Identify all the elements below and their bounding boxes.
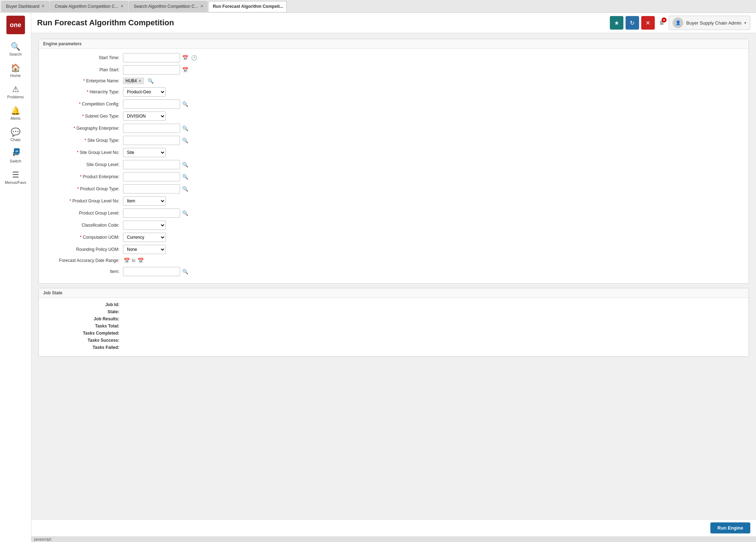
menu-button[interactable]: ≡ ★ bbox=[657, 17, 667, 29]
product-enterprise-search-icon[interactable]: 🔍 bbox=[181, 173, 189, 180]
classification-code-label: Classification Code: bbox=[45, 223, 123, 228]
job-id-label: Job Id: bbox=[45, 302, 123, 307]
tab-close-search-algo[interactable]: ✕ bbox=[200, 4, 204, 9]
forecast-start-calendar-icon[interactable]: 📅 bbox=[123, 257, 130, 264]
job-state-section: Job State Job Id: State: Job Results: bbox=[38, 288, 749, 357]
product-enterprise-input[interactable] bbox=[123, 172, 180, 181]
classification-code-row: Classification Code: Code1 Code2 bbox=[45, 221, 743, 230]
item-row: Item: 🔍 bbox=[45, 267, 743, 276]
job-state-header: Job State bbox=[39, 288, 749, 298]
refresh-icon: ↻ bbox=[630, 20, 634, 26]
page-content: Engine parameters Start Time: 📅 🕐 Plan bbox=[31, 33, 756, 519]
alerts-icon: 🔔 bbox=[11, 106, 20, 115]
geography-enterprise-input[interactable] bbox=[123, 124, 180, 133]
site-group-type-search-icon[interactable]: 🔍 bbox=[181, 137, 189, 144]
start-time-clock-icon[interactable]: 🕐 bbox=[190, 54, 198, 61]
tab-create-algo[interactable]: Create Algorithm Competition C... ✕ bbox=[50, 1, 128, 12]
site-group-type-input[interactable] bbox=[123, 136, 180, 145]
competition-config-search-icon[interactable]: 🔍 bbox=[181, 100, 189, 108]
sidebar-item-alerts[interactable]: 🔔 Alerts bbox=[0, 103, 31, 124]
site-group-level-label: Site Group Level: bbox=[45, 162, 123, 167]
subnet-geo-type-select[interactable]: DIVISION REGION COUNTRY bbox=[123, 112, 166, 121]
site-group-level-search-icon[interactable]: 🔍 bbox=[181, 161, 189, 168]
tasks-failed-label: Tasks Failed: bbox=[45, 345, 123, 350]
plan-start-input[interactable] bbox=[123, 65, 180, 74]
product-group-level-no-select[interactable]: Item Category Brand bbox=[123, 196, 166, 206]
item-input[interactable] bbox=[123, 267, 180, 276]
site-group-level-group: 🔍 bbox=[123, 160, 189, 169]
sidebar-item-home[interactable]: 🏠 Home bbox=[0, 60, 31, 81]
sidebar-item-chats[interactable]: 💬 Chats bbox=[0, 124, 31, 145]
sidebar-item-menus[interactable]: ☰ Menus/Favs bbox=[0, 167, 31, 188]
geography-enterprise-label: Geography Enterprise: bbox=[45, 126, 123, 131]
computation-uom-label: Computation UOM: bbox=[45, 235, 123, 240]
menu-badge: ★ bbox=[662, 17, 667, 22]
competition-config-input[interactable] bbox=[123, 99, 180, 109]
product-group-level-no-row: Product Group Level No: Item Category Br… bbox=[45, 196, 743, 206]
product-group-type-search-icon[interactable]: 🔍 bbox=[181, 185, 189, 192]
sidebar: one 🔍 Search 🏠 Home ⚠ Problems 🔔 Alerts … bbox=[0, 13, 31, 542]
close-button[interactable]: ✕ bbox=[641, 16, 655, 30]
site-group-level-input[interactable] bbox=[123, 160, 180, 169]
product-group-level-input[interactable] bbox=[123, 208, 180, 218]
start-time-input-group: 📅 🕐 bbox=[123, 53, 198, 62]
engine-params-body: Start Time: 📅 🕐 Plan Start: 📅 bbox=[39, 49, 749, 283]
product-enterprise-group: 🔍 bbox=[123, 172, 189, 181]
tab-buyer-dashboard[interactable]: Buyer Dashboard ✕ bbox=[1, 1, 49, 12]
hierarchy-type-label: Hierarchy Type: bbox=[45, 89, 123, 94]
page-title: Run Forecast Algorithm Competition bbox=[37, 18, 610, 27]
geography-enterprise-search-icon[interactable]: 🔍 bbox=[181, 125, 189, 132]
chevron-down-icon: ▾ bbox=[744, 21, 746, 25]
computation-uom-select[interactable]: Currency Unit Weight bbox=[123, 233, 166, 242]
start-time-calendar-icon[interactable]: 📅 bbox=[181, 54, 189, 61]
product-group-type-row: Product Group Type: 🔍 bbox=[45, 184, 743, 193]
item-search-icon[interactable]: 🔍 bbox=[181, 268, 189, 275]
sidebar-item-switch[interactable]: ⇄ ⇌ Switch bbox=[0, 145, 31, 167]
search-icon: 🔍 bbox=[11, 42, 20, 51]
forecast-accuracy-range: 📅 to 📅 bbox=[123, 257, 144, 264]
start-time-input[interactable] bbox=[123, 53, 180, 62]
logo[interactable]: one bbox=[6, 16, 25, 34]
sidebar-item-problems[interactable]: ⚠ Problems bbox=[0, 81, 31, 103]
start-time-row: Start Time: 📅 🕐 bbox=[45, 53, 743, 62]
subnet-geo-type-label: Subnet Geo Type: bbox=[45, 114, 123, 119]
enterprise-name-search-icon[interactable]: 🔍 bbox=[147, 77, 154, 84]
tasks-total-row: Tasks Total: bbox=[45, 324, 743, 329]
run-engine-button[interactable]: Run Engine bbox=[710, 522, 750, 533]
plan-start-calendar-icon[interactable]: 📅 bbox=[181, 66, 189, 73]
tasks-failed-row: Tasks Failed: bbox=[45, 345, 743, 350]
tab-close-create-algo[interactable]: ✕ bbox=[120, 4, 124, 9]
classification-code-select[interactable]: Code1 Code2 bbox=[123, 221, 166, 230]
computation-uom-row: Computation UOM: Currency Unit Weight bbox=[45, 233, 743, 242]
refresh-button[interactable]: ↻ bbox=[626, 16, 639, 30]
tab-run-forecast[interactable]: Run Forecast Algorithm Competi... ✕ bbox=[208, 1, 287, 12]
job-id-row: Job Id: bbox=[45, 302, 743, 307]
plan-start-row: Plan Start: 📅 bbox=[45, 65, 743, 74]
plan-start-input-group: 📅 bbox=[123, 65, 189, 74]
menus-icon: ☰ bbox=[12, 170, 19, 180]
problems-icon: ⚠ bbox=[12, 85, 19, 94]
site-group-level-row: Site Group Level: 🔍 bbox=[45, 160, 743, 169]
star-button[interactable]: ★ bbox=[610, 16, 623, 30]
enterprise-name-chip-remove[interactable]: ✕ bbox=[138, 79, 142, 83]
rounding-policy-uom-select[interactable]: None Round Up Round Down bbox=[123, 245, 166, 254]
enterprise-name-row: Enterprise Name: HUB4 ✕ 🔍 bbox=[45, 77, 743, 84]
user-dropdown[interactable]: 👤 Buyer Supply Chain Admin ▾ bbox=[669, 16, 750, 30]
site-group-level-no-select[interactable]: Site Region Division bbox=[123, 148, 166, 157]
user-name: Buyer Supply Chain Admin bbox=[686, 20, 741, 26]
tab-search-algo[interactable]: Search Algorithm Competition C... ✕ bbox=[129, 1, 207, 12]
sidebar-item-search[interactable]: 🔍 Search bbox=[0, 38, 31, 60]
tab-close-buyer-dashboard[interactable]: ✕ bbox=[41, 4, 45, 9]
hierarchy-type-select[interactable]: Product-Geo Product Geo bbox=[123, 87, 166, 97]
tab-bar: Buyer Dashboard ✕ Create Algorithm Compe… bbox=[0, 0, 756, 13]
start-time-label: Start Time: bbox=[45, 55, 123, 60]
tab-close-run-forecast[interactable]: ✕ bbox=[286, 4, 287, 9]
state-row: State: bbox=[45, 309, 743, 314]
competition-config-row: Competition Config: 🔍 bbox=[45, 99, 743, 109]
tasks-success-row: Tasks Success: bbox=[45, 338, 743, 343]
product-group-type-input[interactable] bbox=[123, 184, 180, 193]
tasks-completed-label: Tasks Completed: bbox=[45, 331, 123, 336]
product-group-level-search-icon[interactable]: 🔍 bbox=[181, 210, 189, 217]
star-icon: ★ bbox=[614, 20, 619, 26]
forecast-end-calendar-icon[interactable]: 📅 bbox=[137, 257, 144, 264]
